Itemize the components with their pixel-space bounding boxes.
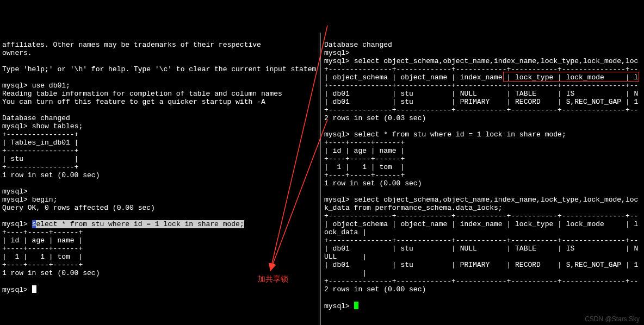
right-terminal[interactable]: Database changed mysql> mysql> select ob… xyxy=(321,33,644,325)
text: owners. xyxy=(2,49,32,57)
table-row: | 1 | 1 | tom | xyxy=(2,253,83,261)
table-divider: +---------------+-------------+---------… xyxy=(324,212,638,220)
table-divider: +----+-----+------+ xyxy=(324,139,405,147)
text: Reading table information for completion… xyxy=(2,90,282,98)
prompt: mysql> xyxy=(2,122,28,130)
watermark: CSDN @Stars.Sky xyxy=(585,315,640,323)
text: Database changed xyxy=(324,41,392,49)
prompt: mysql> xyxy=(2,82,28,90)
text: affiliates. Other names may be trademark… xyxy=(2,41,261,49)
prompt: mysql> xyxy=(324,302,350,310)
prompt: mysql> xyxy=(2,286,28,294)
cmd-select-locks2: select object_schema,object_name,index_n… xyxy=(354,196,639,204)
result-summary: 1 row in set (0.00 sec) xyxy=(2,269,100,277)
cmd-use: use db01; xyxy=(32,82,70,90)
text: Type 'help;' or '\h' for help. Type '\c'… xyxy=(2,65,316,73)
prompt: mysql> xyxy=(2,220,28,228)
prompt: mysql> xyxy=(324,57,350,65)
table-header: | Tables_in_db01 | xyxy=(2,139,78,147)
result-summary: Query OK, 0 rows affected (0.00 sec) xyxy=(2,204,155,212)
prompt: mysql> xyxy=(2,188,28,196)
table-row: | db01 | stu | NULL | TABLE | IS | N xyxy=(324,245,638,253)
cursor-icon xyxy=(32,285,36,293)
cmd-show-tables: show tables; xyxy=(32,122,83,130)
cmd-select-highlighted: elect * from stu where id = 1 lock in sh… xyxy=(36,220,244,228)
table-row-cont: ULL | xyxy=(324,253,367,261)
table-row: | db01 | stu | PRIMARY | RECORD | S,REC_… xyxy=(324,261,638,269)
table-header: | object_schema | object_name | index_na… xyxy=(324,73,638,82)
cmd-select-locks2-cont: k_data from performance_schema.data_lock… xyxy=(324,204,503,212)
text: You can turn off this feature to get a q… xyxy=(2,98,265,106)
prompt: mysql> xyxy=(324,130,350,139)
result-summary: 1 row in set (0.00 sec) xyxy=(2,171,100,179)
split-terminal: affiliates. Other names may be trademark… xyxy=(0,33,644,325)
text: Database changed xyxy=(2,114,70,122)
cursor-icon xyxy=(354,302,358,309)
result-summary: 2 rows in set (0.03 sec) xyxy=(324,114,426,122)
table-divider: +----------------+ xyxy=(2,163,78,171)
prompt: mysql> xyxy=(324,196,350,204)
annotation-label: 加共享锁 xyxy=(258,274,288,284)
table-divider: +---------------+-------------+---------… xyxy=(324,277,638,285)
table-divider: +----------------+ xyxy=(2,130,78,139)
table-divider: +----+-----+------+ xyxy=(2,245,83,253)
table-row: | stu | xyxy=(2,155,78,163)
cmd-select-locks: select object_schema,object_name,index_n… xyxy=(354,57,639,65)
prompt: mysql> xyxy=(324,49,350,57)
table-divider: +----+-----+------+ xyxy=(2,228,83,236)
table-divider: +---------------+-------------+---------… xyxy=(324,106,638,114)
table-divider: +---------------+-------------+---------… xyxy=(324,82,638,90)
cmd-begin: begin; xyxy=(32,196,58,204)
result-summary: 2 rows in set (0.00 sec) xyxy=(324,285,426,293)
table-divider: +----+-----+------+ xyxy=(324,171,405,179)
table-header: | object_schema | object_name | index_na… xyxy=(324,220,638,228)
table-row: | 1 | 1 | tom | xyxy=(324,163,405,171)
prompt: mysql> xyxy=(2,196,28,204)
table-divider: +----+-----+------+ xyxy=(2,261,83,269)
table-header-cont: ock_data | xyxy=(324,228,367,236)
table-divider: +---------------+-------------+---------… xyxy=(324,236,638,245)
table-divider: +----------------+ xyxy=(2,147,78,155)
result-summary: 1 row in set (0.00 sec) xyxy=(324,179,422,188)
table-row: | db01 | stu | PRIMARY | RECORD | S,REC_… xyxy=(324,98,638,106)
cmd-select-stu: select * from stu where id = 1 lock in s… xyxy=(354,130,566,139)
table-divider: +----+-----+------+ xyxy=(324,155,405,163)
table-divider: +---------------+-------------+---------… xyxy=(324,65,638,73)
table-header: | id | age | name | xyxy=(2,236,83,245)
table-row-cont: | xyxy=(324,269,367,277)
table-header: | id | age | name | xyxy=(324,147,405,155)
table-row: | db01 | stu | NULL | TABLE | IS | N xyxy=(324,90,638,98)
